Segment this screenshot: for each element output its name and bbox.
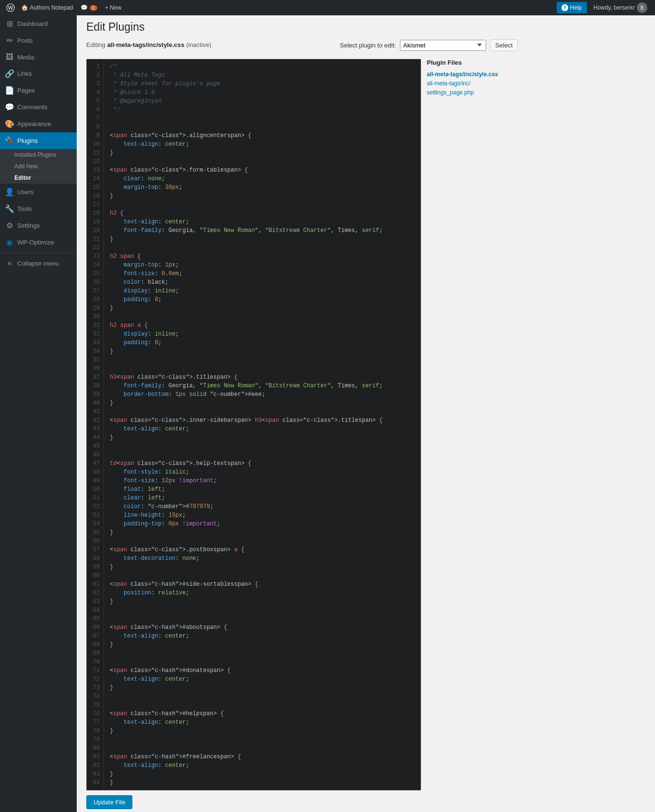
plugin-files-heading: Plugin Files xyxy=(427,59,518,66)
site-name-bar-item[interactable]: 🏠 Authors Notepad xyxy=(17,0,77,15)
plugins-submenu: Installed Plugins Add New Editor xyxy=(0,149,77,184)
settings-icon: ⚙ xyxy=(5,221,14,230)
code-editor-wrap[interactable]: 1 2 3 4 5 6 7 8 9 10 11 12 13 14 15 16 1… xyxy=(86,59,421,790)
new-bar-item[interactable]: + New xyxy=(101,0,125,15)
editing-info: Editing all-meta-tags/inc/style.css (ina… xyxy=(86,41,211,48)
user-menu[interactable]: Howdy, berserkr B xyxy=(590,2,651,13)
admin-sidebar: ⊞ Dashboard ✏ Posts 🖼 Media 🔗 Links 📄 Pa… xyxy=(0,15,77,812)
svg-text:W: W xyxy=(8,5,13,11)
media-icon: 🖼 xyxy=(5,53,14,61)
sidebar-item-users[interactable]: 👤 Users xyxy=(0,184,77,200)
wp-logo[interactable]: W xyxy=(4,0,17,15)
plugins-icon: 🔌 xyxy=(5,136,14,145)
sidebar-item-media[interactable]: 🖼 Media xyxy=(0,49,77,65)
users-icon: 👤 xyxy=(5,187,14,197)
editing-status: (inactive) xyxy=(186,41,211,48)
sidebar-item-comments[interactable]: 💬 Comments xyxy=(0,99,77,116)
line-numbers: 1 2 3 4 5 6 7 8 9 10 11 12 13 14 15 16 1… xyxy=(87,59,104,790)
tools-icon: 🔧 xyxy=(5,204,14,213)
select-plugin-dropdown[interactable]: Akismet xyxy=(400,40,486,51)
admin-bar: W 🏠 Authors Notepad 💬 0 + New Help Howdy… xyxy=(0,0,655,15)
plugin-files: Plugin Files all-meta-tags/inc/style.css… xyxy=(427,59,518,98)
sidebar-item-collapse-menu[interactable]: « Collapse menu xyxy=(0,255,77,271)
plugin-file-link-1[interactable]: all-meta-tags/inc/settings_page.php xyxy=(427,79,518,97)
code-content[interactable]: /* * All Meta Tags * Style sheet for plu… xyxy=(104,59,421,790)
sidebar-item-dashboard[interactable]: ⊞ Dashboard xyxy=(0,15,77,32)
avatar: B xyxy=(637,2,647,13)
comments-bar-item[interactable]: 💬 0 xyxy=(77,0,101,15)
main-content: Edit Plugins Editing all-meta-tags/inc/s… xyxy=(77,15,655,812)
editing-filename: all-meta-tags/inc/style.css xyxy=(107,41,184,48)
sidebar-item-pages[interactable]: 📄 Pages xyxy=(0,82,77,99)
sidebar-item-settings[interactable]: ⚙ Settings xyxy=(0,217,77,234)
sidebar-item-posts[interactable]: ✏ Posts xyxy=(0,32,77,49)
sidebar-item-wp-optimize[interactable]: ◉ WP-Optimize xyxy=(0,234,77,251)
comment-icon: 💬 xyxy=(81,4,88,11)
sidebar-item-tools[interactable]: 🔧 Tools xyxy=(0,200,77,217)
select-plugin-row: Select plugin to edit: Akismet Select xyxy=(340,39,518,51)
submenu-add-new[interactable]: Add New xyxy=(0,161,77,172)
submenu-editor[interactable]: Editor xyxy=(0,172,77,184)
select-plugin-button[interactable]: Select xyxy=(490,39,518,51)
code-editor: 1 2 3 4 5 6 7 8 9 10 11 12 13 14 15 16 1… xyxy=(87,59,421,790)
update-file-button[interactable]: Update File xyxy=(86,795,132,809)
sidebar-item-appearance[interactable]: 🎨 Appearance xyxy=(0,116,77,132)
update-file-wrap: Update File xyxy=(86,795,518,809)
select-plugin-label: Select plugin to edit: xyxy=(340,42,396,49)
submenu-installed-plugins[interactable]: Installed Plugins xyxy=(0,149,77,161)
page-title: Edit Plugins xyxy=(86,20,518,35)
dashboard-icon: ⊞ xyxy=(5,19,14,28)
sidebar-item-plugins[interactable]: 🔌 Plugins xyxy=(0,132,77,149)
home-icon: 🏠 xyxy=(21,4,28,11)
pages-icon: 📄 xyxy=(5,86,14,95)
appearance-icon: 🎨 xyxy=(5,119,14,128)
collapse-icon: « xyxy=(5,259,14,267)
comments-icon: 💬 xyxy=(5,103,14,112)
plugin-file-link-0[interactable]: all-meta-tags/inc/style.css xyxy=(427,70,518,79)
posts-icon: ✏ xyxy=(5,36,14,45)
wp-optimize-icon: ◉ xyxy=(5,238,14,247)
links-icon: 🔗 xyxy=(5,69,14,78)
help-button[interactable]: Help xyxy=(557,2,587,13)
editor-layout: 1 2 3 4 5 6 7 8 9 10 11 12 13 14 15 16 1… xyxy=(86,59,518,790)
sidebar-item-links[interactable]: 🔗 Links xyxy=(0,65,77,82)
